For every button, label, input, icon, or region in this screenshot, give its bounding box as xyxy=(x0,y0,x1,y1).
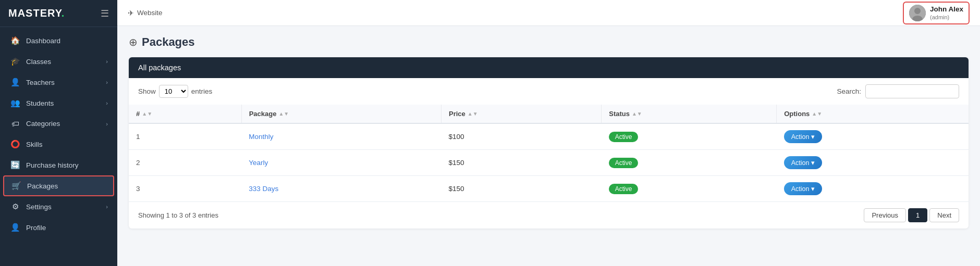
sort-icon[interactable]: ▲▼ xyxy=(468,111,478,116)
previous-button[interactable]: Previous xyxy=(864,208,906,222)
sidebar-item-students[interactable]: 👥 Students › xyxy=(0,93,117,113)
sidebar-item-categories[interactable]: 🏷 Categories › xyxy=(0,113,117,134)
user-role: (admin) xyxy=(930,14,963,21)
cell-price: $150 xyxy=(442,150,602,176)
table-row: 1 Monthly $100 Active Action ▾ xyxy=(129,123,969,150)
topbar-user-info[interactable]: John Alex (admin) xyxy=(903,2,970,24)
entries-select[interactable]: 10 25 50 100 xyxy=(159,85,188,98)
col-status: Status ▲▼ xyxy=(602,105,777,123)
table-footer: Showing 1 to 3 of 3 entries Previous 1 N… xyxy=(129,202,969,229)
cell-options: Action ▾ xyxy=(777,176,969,202)
action-button[interactable]: Action ▾ xyxy=(784,130,822,143)
categories-icon: 🏷 xyxy=(9,119,21,128)
sidebar-item-label: Dashboard xyxy=(26,37,108,45)
next-button[interactable]: Next xyxy=(929,208,959,222)
sort-icon[interactable]: ▲▼ xyxy=(278,111,289,116)
search-input[interactable] xyxy=(865,84,959,98)
students-icon: 👥 xyxy=(9,98,21,108)
show-entries: Show 10 25 50 100 entries xyxy=(138,85,212,98)
main-content: ✈ Website John Alex (admin) ⊕ Packages xyxy=(117,0,980,266)
sidebar-item-teachers[interactable]: 👤 Teachers › xyxy=(0,72,117,93)
sidebar-item-label: Settings xyxy=(26,203,106,211)
sidebar-item-label: Categories xyxy=(26,120,106,128)
sidebar-item-purchase-history[interactable]: 🔄 Purchase history xyxy=(0,155,117,175)
topbar: ✈ Website John Alex (admin) xyxy=(117,0,980,26)
search-area: Search: xyxy=(837,84,959,98)
sidebar-item-packages[interactable]: 🛒 Packages xyxy=(3,175,114,196)
avatar xyxy=(909,5,926,21)
sort-icon[interactable]: ▲▼ xyxy=(142,111,152,116)
action-button[interactable]: Action ▾ xyxy=(784,156,822,169)
sidebar-item-dashboard[interactable]: 🏠 Dashboard xyxy=(0,30,117,51)
cell-options: Action ▾ xyxy=(777,123,969,150)
dashboard-icon: 🏠 xyxy=(9,36,21,45)
showing-text: Showing 1 to 3 of 3 entries xyxy=(138,211,218,219)
sidebar-item-label: Skills xyxy=(26,141,108,148)
table-controls: Show 10 25 50 100 entries Search: xyxy=(129,78,969,105)
packages-icon: 🛒 xyxy=(10,181,22,191)
cell-status: Active xyxy=(602,150,777,176)
status-badge: Active xyxy=(609,132,639,142)
cell-options: Action ▾ xyxy=(777,150,969,176)
topbar-website-link[interactable]: ✈ Website xyxy=(128,9,163,17)
sidebar-item-skills[interactable]: ⭕ Skills xyxy=(0,134,117,155)
sidebar-item-label: Packages xyxy=(27,182,107,190)
col-num: # ▲▼ xyxy=(129,105,241,123)
sort-icon[interactable]: ▲▼ xyxy=(632,111,642,116)
cell-num: 1 xyxy=(129,123,241,150)
logo-dot: . xyxy=(62,7,65,19)
status-badge: Active xyxy=(609,158,639,168)
table-row: 2 Yearly $150 Active Action ▾ xyxy=(129,150,969,176)
status-badge: Active xyxy=(609,184,639,194)
cell-package: Yearly xyxy=(241,150,441,176)
cell-price: $150 xyxy=(442,176,602,202)
teachers-icon: 👤 xyxy=(9,78,21,87)
cell-package: 333 Days xyxy=(241,176,441,202)
col-options: Options ▲▼ xyxy=(777,105,969,123)
purchase-history-icon: 🔄 xyxy=(9,160,21,170)
sort-icon[interactable]: ▲▼ xyxy=(812,111,822,116)
cell-num: 3 xyxy=(129,176,241,202)
search-label: Search: xyxy=(837,87,861,95)
col-package: Package ▲▼ xyxy=(241,105,441,123)
packages-table: # ▲▼ Package ▲▼ Price xyxy=(129,105,969,202)
user-name: John Alex xyxy=(930,5,963,14)
cell-num: 2 xyxy=(129,150,241,176)
sidebar-item-classes[interactable]: 🎓 Classes › xyxy=(0,51,117,72)
page-area: ⊕ Packages All packages Show 10 25 50 10… xyxy=(117,26,980,266)
sidebar-item-label: Students xyxy=(26,99,106,107)
chevron-right-icon: › xyxy=(106,100,108,106)
classes-icon: 🎓 xyxy=(9,57,21,66)
col-price: Price ▲▼ xyxy=(442,105,602,123)
cell-package: Monthly xyxy=(241,123,441,150)
sidebar-item-label: Classes xyxy=(26,58,106,66)
chevron-right-icon: › xyxy=(106,204,108,210)
table-row: 3 333 Days $150 Active Action ▾ xyxy=(129,176,969,202)
chevron-right-icon: › xyxy=(106,58,108,65)
cell-status: Active xyxy=(602,123,777,150)
website-label: Website xyxy=(137,9,163,17)
settings-icon: ⚙ xyxy=(9,202,21,211)
hamburger-icon[interactable]: ☰ xyxy=(101,8,109,19)
page-1-button[interactable]: 1 xyxy=(908,208,927,222)
action-button[interactable]: Action ▾ xyxy=(784,182,822,195)
user-details: John Alex (admin) xyxy=(930,5,963,21)
cell-status: Active xyxy=(602,176,777,202)
sidebar-item-label: Profile xyxy=(26,224,108,232)
skills-icon: ⭕ xyxy=(9,140,21,149)
sidebar-header: MASTERY. ☰ xyxy=(0,0,117,27)
entries-label: entries xyxy=(191,87,213,95)
sidebar: MASTERY. ☰ 🏠 Dashboard 🎓 Classes › 👤 Tea… xyxy=(0,0,117,266)
table-card: All packages Show 10 25 50 100 entries S… xyxy=(129,57,969,229)
chevron-right-icon: › xyxy=(106,121,108,127)
show-label: Show xyxy=(138,87,156,95)
app-logo: MASTERY. xyxy=(8,7,65,19)
page-title: Packages xyxy=(142,35,195,49)
sidebar-item-profile[interactable]: 👤 Profile xyxy=(0,217,117,238)
page-title-icon: ⊕ xyxy=(129,36,138,48)
sidebar-item-settings[interactable]: ⚙ Settings › xyxy=(0,196,117,217)
chevron-right-icon: › xyxy=(106,79,108,85)
sidebar-item-label: Purchase history xyxy=(26,161,108,169)
table-header-row: # ▲▼ Package ▲▼ Price xyxy=(129,105,969,123)
page-title-row: ⊕ Packages xyxy=(129,35,969,49)
